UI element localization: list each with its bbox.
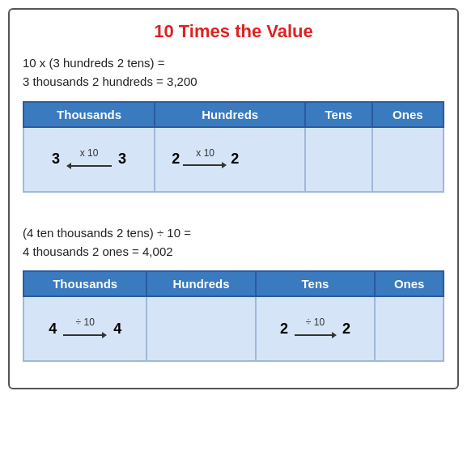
table2-tens-cell: 2 ÷ 10 2 (256, 296, 376, 361)
table1: Thousands Hundreds Tens Ones 3 x 10 (23, 101, 444, 193)
table2-header-hundreds: Hundreds (146, 271, 255, 296)
t2-ones-num: 2 (342, 321, 350, 338)
t2-hundreds-num: 4 (113, 321, 121, 338)
t1-arrow2-label: x 10 (196, 147, 214, 159)
table2-hundreds-cell (146, 296, 255, 361)
t1-arrow1-label: x 10 (80, 147, 99, 159)
svg-marker-1 (66, 163, 71, 169)
table2-header-thousands: Thousands (23, 271, 146, 296)
t2-arrow2-svg (293, 329, 338, 341)
t2-arrow2-label: ÷ 10 (306, 317, 325, 328)
table2: Thousands Hundreds Tens Ones 4 ÷ 10 (23, 270, 444, 362)
section2-line1: (4 ten thousands 2 tens) ÷ 10 = (23, 226, 191, 240)
t1-arrow1-svg (65, 160, 113, 172)
table2-header-tens: Tens (256, 271, 376, 296)
section1-line1: 10 x (3 hundreds 2 tens) = (23, 56, 165, 70)
table1-header-tens: Tens (305, 102, 372, 127)
t1-arrow2-svg (183, 159, 227, 171)
t2-tens-num: 2 (280, 321, 288, 338)
table2-header-ones: Ones (375, 271, 444, 296)
main-container: 10 Times the Value 10 x (3 hundreds 2 te… (8, 8, 459, 389)
table1-header-hundreds: Hundreds (155, 102, 305, 127)
t2-arrow1-label: ÷ 10 (76, 317, 95, 328)
t1-thousands-num: 3 (52, 151, 60, 168)
table1-header-thousands: Thousands (23, 102, 155, 127)
section2-line2: 4 thousands 2 ones = 4,002 (23, 244, 173, 258)
table1-ones-cell (372, 127, 444, 192)
table1-tens-cell (305, 127, 372, 192)
svg-marker-7 (332, 332, 337, 338)
section1-line2: 3 thousands 2 hundreds = 3,200 (23, 74, 197, 88)
table2-ones-cell (375, 296, 444, 361)
section-gap (23, 207, 444, 223)
t1-tens-num: 2 (231, 151, 239, 168)
main-title: 10 Times the Value (23, 21, 444, 42)
t1-hundreds-num1: 3 (118, 151, 126, 168)
t1-hundreds-num2: 2 (172, 151, 180, 168)
t2-thousands-num: 4 (49, 321, 57, 338)
table1-header-ones: Ones (372, 102, 444, 127)
section1-description: 10 x (3 hundreds 2 tens) = 3 thousands 2… (23, 53, 444, 91)
svg-marker-5 (102, 332, 107, 338)
svg-marker-3 (222, 162, 227, 168)
t2-arrow1-svg (62, 329, 108, 341)
table2-thousands-cell: 4 ÷ 10 4 (23, 296, 146, 361)
table1-hundreds-cell: 2 x 10 2 (155, 127, 305, 192)
table1-thousands-cell: 3 x 10 3 (23, 127, 155, 192)
section2-description: (4 ten thousands 2 tens) ÷ 10 = 4 thousa… (23, 223, 444, 261)
